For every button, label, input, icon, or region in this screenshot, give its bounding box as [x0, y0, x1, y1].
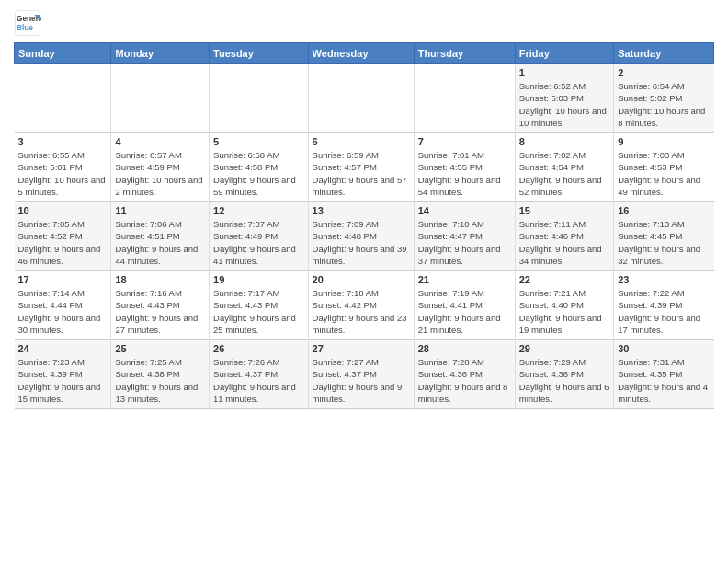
day-number: 30: [618, 343, 710, 354]
day-cell: [414, 64, 515, 133]
day-number: 21: [418, 274, 511, 285]
header-cell-wednesday: Wednesday: [308, 43, 414, 64]
day-info: Sunrise: 7:07 AM Sunset: 4:49 PM Dayligh…: [213, 218, 304, 267]
day-info: Sunrise: 6:59 AM Sunset: 4:57 PM Dayligh…: [313, 149, 410, 198]
day-info: Sunrise: 7:06 AM Sunset: 4:51 PM Dayligh…: [115, 218, 205, 267]
day-info: Sunrise: 7:03 AM Sunset: 4:53 PM Dayligh…: [618, 149, 710, 198]
header-cell-thursday: Thursday: [414, 43, 515, 64]
day-cell: [308, 64, 414, 133]
day-cell: 14Sunrise: 7:10 AM Sunset: 4:47 PM Dayli…: [414, 202, 515, 271]
day-cell: 13Sunrise: 7:09 AM Sunset: 4:48 PM Dayli…: [308, 202, 414, 271]
day-number: 17: [18, 274, 108, 285]
day-number: 24: [18, 343, 108, 354]
day-number: 19: [213, 274, 304, 285]
header-cell-tuesday: Tuesday: [210, 43, 309, 64]
day-cell: 5Sunrise: 6:58 AM Sunset: 4:58 PM Daylig…: [210, 133, 309, 202]
day-info: Sunrise: 6:54 AM Sunset: 5:02 PM Dayligh…: [618, 80, 710, 129]
day-number: 12: [213, 205, 304, 216]
day-cell: 15Sunrise: 7:11 AM Sunset: 4:46 PM Dayli…: [515, 202, 614, 271]
day-number: 9: [618, 136, 710, 147]
day-info: Sunrise: 7:10 AM Sunset: 4:47 PM Dayligh…: [418, 218, 511, 267]
day-number: 26: [213, 343, 304, 354]
day-cell: 26Sunrise: 7:26 AM Sunset: 4:37 PM Dayli…: [210, 340, 309, 409]
day-cell: 1Sunrise: 6:52 AM Sunset: 5:03 PM Daylig…: [515, 64, 614, 133]
svg-text:Blue: Blue: [17, 24, 33, 32]
day-number: 25: [115, 343, 205, 354]
day-number: 15: [519, 205, 610, 216]
day-info: Sunrise: 7:29 AM Sunset: 4:36 PM Dayligh…: [519, 356, 610, 405]
day-info: Sunrise: 7:21 AM Sunset: 4:40 PM Dayligh…: [519, 287, 610, 336]
day-number: 4: [115, 136, 205, 147]
day-cell: 19Sunrise: 7:17 AM Sunset: 4:43 PM Dayli…: [210, 271, 309, 340]
day-info: Sunrise: 7:02 AM Sunset: 4:54 PM Dayligh…: [519, 149, 610, 198]
day-info: Sunrise: 7:26 AM Sunset: 4:37 PM Dayligh…: [213, 356, 304, 405]
week-row-3: 17Sunrise: 7:14 AM Sunset: 4:44 PM Dayli…: [15, 271, 714, 340]
calendar-body: 1Sunrise: 6:52 AM Sunset: 5:03 PM Daylig…: [15, 64, 714, 409]
week-row-2: 10Sunrise: 7:05 AM Sunset: 4:52 PM Dayli…: [15, 202, 714, 271]
day-info: Sunrise: 7:27 AM Sunset: 4:37 PM Dayligh…: [313, 356, 410, 405]
day-info: Sunrise: 7:17 AM Sunset: 4:43 PM Dayligh…: [213, 287, 304, 336]
day-info: Sunrise: 7:01 AM Sunset: 4:55 PM Dayligh…: [418, 149, 511, 198]
day-number: 7: [418, 136, 511, 147]
day-info: Sunrise: 6:52 AM Sunset: 5:03 PM Dayligh…: [519, 80, 610, 129]
day-cell: 16Sunrise: 7:13 AM Sunset: 4:45 PM Dayli…: [614, 202, 714, 271]
day-cell: 7Sunrise: 7:01 AM Sunset: 4:55 PM Daylig…: [414, 133, 515, 202]
day-cell: 2Sunrise: 6:54 AM Sunset: 5:02 PM Daylig…: [614, 64, 714, 133]
day-number: 22: [519, 274, 610, 285]
day-cell: 8Sunrise: 7:02 AM Sunset: 4:54 PM Daylig…: [515, 133, 614, 202]
day-number: 11: [115, 205, 205, 216]
day-number: 1: [519, 67, 610, 78]
day-number: 20: [313, 274, 410, 285]
day-cell: [210, 64, 309, 133]
week-row-4: 24Sunrise: 7:23 AM Sunset: 4:39 PM Dayli…: [15, 340, 714, 409]
day-info: Sunrise: 7:05 AM Sunset: 4:52 PM Dayligh…: [18, 218, 108, 267]
day-cell: 3Sunrise: 6:55 AM Sunset: 5:01 PM Daylig…: [15, 133, 111, 202]
day-info: Sunrise: 7:11 AM Sunset: 4:46 PM Dayligh…: [519, 218, 610, 267]
day-cell: 11Sunrise: 7:06 AM Sunset: 4:51 PM Dayli…: [111, 202, 210, 271]
header-row: SundayMondayTuesdayWednesdayThursdayFrid…: [15, 43, 714, 64]
day-cell: [111, 64, 210, 133]
day-info: Sunrise: 7:18 AM Sunset: 4:42 PM Dayligh…: [313, 287, 410, 336]
calendar-table: SundayMondayTuesdayWednesdayThursdayFrid…: [14, 42, 714, 409]
day-number: 16: [618, 205, 710, 216]
day-cell: 4Sunrise: 6:57 AM Sunset: 4:59 PM Daylig…: [111, 133, 210, 202]
day-info: Sunrise: 7:22 AM Sunset: 4:39 PM Dayligh…: [618, 287, 710, 336]
day-cell: 17Sunrise: 7:14 AM Sunset: 4:44 PM Dayli…: [15, 271, 111, 340]
day-cell: [15, 64, 111, 133]
day-number: 13: [313, 205, 410, 216]
day-cell: 18Sunrise: 7:16 AM Sunset: 4:43 PM Dayli…: [111, 271, 210, 340]
day-cell: 10Sunrise: 7:05 AM Sunset: 4:52 PM Dayli…: [15, 202, 111, 271]
day-cell: 21Sunrise: 7:19 AM Sunset: 4:41 PM Dayli…: [414, 271, 515, 340]
day-cell: 6Sunrise: 6:59 AM Sunset: 4:57 PM Daylig…: [308, 133, 414, 202]
day-info: Sunrise: 7:25 AM Sunset: 4:38 PM Dayligh…: [115, 356, 205, 405]
day-number: 27: [313, 343, 410, 354]
day-cell: 23Sunrise: 7:22 AM Sunset: 4:39 PM Dayli…: [614, 271, 714, 340]
day-info: Sunrise: 6:57 AM Sunset: 4:59 PM Dayligh…: [115, 149, 205, 198]
day-cell: 28Sunrise: 7:28 AM Sunset: 4:36 PM Dayli…: [414, 340, 515, 409]
logo-icon: General Blue: [14, 9, 41, 37]
week-row-0: 1Sunrise: 6:52 AM Sunset: 5:03 PM Daylig…: [15, 64, 714, 133]
day-cell: 30Sunrise: 7:31 AM Sunset: 4:35 PM Dayli…: [614, 340, 714, 409]
week-row-1: 3Sunrise: 6:55 AM Sunset: 5:01 PM Daylig…: [15, 133, 714, 202]
day-info: Sunrise: 6:58 AM Sunset: 4:58 PM Dayligh…: [213, 149, 304, 198]
day-number: 8: [519, 136, 610, 147]
header: General Blue: [14, 9, 714, 37]
day-number: 3: [18, 136, 108, 147]
day-info: Sunrise: 7:31 AM Sunset: 4:35 PM Dayligh…: [618, 356, 710, 405]
day-info: Sunrise: 7:28 AM Sunset: 4:36 PM Dayligh…: [418, 356, 511, 405]
day-number: 28: [418, 343, 511, 354]
day-cell: 22Sunrise: 7:21 AM Sunset: 4:40 PM Dayli…: [515, 271, 614, 340]
day-cell: 24Sunrise: 7:23 AM Sunset: 4:39 PM Dayli…: [15, 340, 111, 409]
day-info: Sunrise: 7:23 AM Sunset: 4:39 PM Dayligh…: [18, 356, 108, 405]
day-cell: 27Sunrise: 7:27 AM Sunset: 4:37 PM Dayli…: [308, 340, 414, 409]
day-info: Sunrise: 7:16 AM Sunset: 4:43 PM Dayligh…: [115, 287, 205, 336]
header-cell-saturday: Saturday: [614, 43, 714, 64]
day-number: 29: [519, 343, 610, 354]
calendar-header: SundayMondayTuesdayWednesdayThursdayFrid…: [15, 43, 714, 64]
day-number: 14: [418, 205, 511, 216]
day-cell: 25Sunrise: 7:25 AM Sunset: 4:38 PM Dayli…: [111, 340, 210, 409]
day-number: 18: [115, 274, 205, 285]
day-cell: 12Sunrise: 7:07 AM Sunset: 4:49 PM Dayli…: [210, 202, 309, 271]
day-info: Sunrise: 7:14 AM Sunset: 4:44 PM Dayligh…: [18, 287, 108, 336]
logo: General Blue: [14, 9, 45, 37]
